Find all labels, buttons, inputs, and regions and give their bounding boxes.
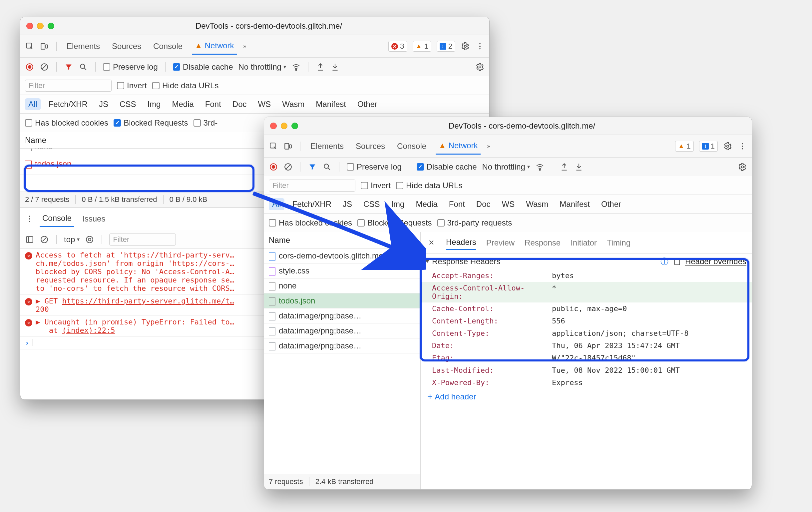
tab-timing[interactable]: Timing bbox=[607, 236, 631, 250]
filter-css[interactable]: CSS bbox=[116, 98, 139, 110]
filter-fetch[interactable]: Fetch/XHR bbox=[45, 98, 91, 110]
table-row[interactable]: cors-demo-devtools.glitch.me… bbox=[264, 249, 420, 263]
add-header-button[interactable]: +Add header bbox=[420, 389, 752, 405]
filter-wasm[interactable]: Wasm bbox=[279, 98, 308, 110]
filter-media[interactable]: Media bbox=[169, 98, 197, 110]
wifi-icon[interactable] bbox=[291, 62, 301, 72]
clear-icon[interactable] bbox=[284, 162, 293, 172]
response-headers-section[interactable]: Response Headers ⓘ Header overrides bbox=[420, 254, 752, 269]
tab-network[interactable]: ▲ Network bbox=[192, 38, 236, 55]
search-icon[interactable] bbox=[322, 162, 332, 172]
more-tabs-icon[interactable]: » bbox=[487, 143, 490, 149]
tab-initiator[interactable]: Initiator bbox=[571, 236, 597, 250]
filter-font[interactable]: Font bbox=[202, 98, 225, 110]
minimize-icon[interactable] bbox=[281, 122, 287, 129]
filter-all[interactable]: All bbox=[25, 98, 40, 110]
filter-icon[interactable] bbox=[308, 162, 317, 172]
inspect-icon[interactable] bbox=[25, 41, 34, 51]
invert-checkbox[interactable]: Invert bbox=[361, 181, 391, 190]
filter-doc[interactable]: Doc bbox=[473, 198, 494, 210]
table-row[interactable]: data:image/png;base… bbox=[264, 309, 420, 323]
kebab-icon[interactable] bbox=[25, 214, 34, 224]
record-icon[interactable] bbox=[25, 62, 34, 72]
blocked-requests-checkbox[interactable]: Blocked Requests bbox=[357, 218, 432, 228]
disable-cache-checkbox[interactable]: Disable cache bbox=[173, 62, 233, 72]
preserve-log-checkbox[interactable]: Preserve log bbox=[103, 62, 158, 72]
kebab-icon[interactable] bbox=[475, 41, 485, 51]
gear-icon[interactable] bbox=[738, 162, 747, 172]
tab-response[interactable]: Response bbox=[525, 236, 560, 250]
kebab-icon[interactable] bbox=[738, 142, 747, 151]
filter-ws[interactable]: WS bbox=[255, 98, 274, 110]
filter-other[interactable]: Other bbox=[354, 98, 381, 110]
col-name[interactable]: Name bbox=[264, 232, 420, 248]
warnings-badge[interactable]: ▲1 bbox=[413, 41, 431, 52]
upload-icon[interactable] bbox=[316, 62, 325, 72]
drawer-tab-issues[interactable]: Issues bbox=[80, 211, 108, 227]
drawer-tab-console[interactable]: Console bbox=[40, 210, 74, 227]
header-overrides-link[interactable]: Header overrides bbox=[685, 257, 746, 266]
download-icon[interactable] bbox=[574, 162, 583, 172]
close-icon[interactable] bbox=[26, 23, 33, 29]
filter-manifest[interactable]: Manifest bbox=[312, 98, 349, 110]
blocked-requests-checkbox[interactable]: Blocked Requests bbox=[114, 118, 188, 127]
header-row[interactable]: Content-Type:application/json; charset=U… bbox=[420, 327, 752, 339]
filter-fetch[interactable]: Fetch/XHR bbox=[289, 198, 335, 210]
console-filter-input[interactable]: Filter bbox=[109, 233, 176, 246]
help-icon[interactable]: ⓘ bbox=[660, 257, 669, 266]
filter-ws[interactable]: WS bbox=[499, 198, 518, 210]
filter-wasm[interactable]: Wasm bbox=[523, 198, 552, 210]
header-row[interactable]: Content-Length:556 bbox=[420, 315, 752, 327]
tab-sources[interactable]: Sources bbox=[109, 38, 144, 54]
search-icon[interactable] bbox=[79, 62, 88, 72]
third-party-checkbox[interactable]: 3rd-party requests bbox=[437, 218, 512, 228]
context-select[interactable]: top▾ bbox=[64, 235, 80, 244]
invert-checkbox[interactable]: Invert bbox=[117, 81, 147, 90]
upload-icon[interactable] bbox=[559, 162, 569, 172]
filter-all[interactable]: All bbox=[269, 198, 284, 210]
header-row[interactable]: X-Powered-By:Express bbox=[420, 376, 752, 389]
maximize-icon[interactable] bbox=[48, 23, 54, 29]
gear-icon[interactable] bbox=[475, 62, 485, 72]
tab-sources[interactable]: Sources bbox=[353, 138, 388, 154]
filter-font[interactable]: Font bbox=[446, 198, 468, 210]
filter-manifest[interactable]: Manifest bbox=[556, 198, 593, 210]
table-row[interactable]: todos.json bbox=[264, 293, 420, 309]
maximize-icon[interactable] bbox=[291, 122, 298, 129]
disable-cache-checkbox[interactable]: Disable cache bbox=[417, 162, 477, 172]
tab-elements[interactable]: Elements bbox=[308, 138, 346, 154]
gear-icon[interactable] bbox=[723, 142, 732, 151]
preserve-log-checkbox[interactable]: Preserve log bbox=[347, 162, 402, 172]
tab-console[interactable]: Console bbox=[150, 38, 185, 54]
eye-icon[interactable] bbox=[85, 235, 94, 244]
issues-badge[interactable]: !1 bbox=[699, 141, 718, 151]
blocked-cookies-checkbox[interactable]: Has blocked cookies bbox=[25, 118, 108, 127]
sidebar-toggle-icon[interactable] bbox=[25, 235, 34, 244]
filter-css[interactable]: CSS bbox=[360, 198, 383, 210]
blocked-cookies-checkbox[interactable]: Has blocked cookies bbox=[269, 218, 352, 228]
hide-data-urls-checkbox[interactable]: Hide data URLs bbox=[396, 181, 462, 190]
warnings-badge[interactable]: ▲1 bbox=[675, 141, 694, 151]
header-row[interactable]: Cache-Control:public, max-age=0 bbox=[420, 303, 752, 315]
tab-preview[interactable]: Preview bbox=[486, 236, 515, 250]
gear-icon[interactable] bbox=[461, 41, 470, 51]
minimize-icon[interactable] bbox=[37, 23, 44, 29]
table-row[interactable]: data:image/png;base… bbox=[264, 323, 420, 338]
filter-img[interactable]: Img bbox=[388, 198, 408, 210]
clear-icon[interactable] bbox=[40, 62, 49, 72]
header-row[interactable]: Access-Control-Allow-Origin:* bbox=[420, 282, 752, 303]
tab-elements[interactable]: Elements bbox=[64, 38, 103, 54]
download-icon[interactable] bbox=[330, 62, 340, 72]
throttling-select[interactable]: No throttling▾ bbox=[482, 162, 529, 172]
issues-badge[interactable]: !2 bbox=[437, 41, 455, 52]
throttling-select[interactable]: No throttling▾ bbox=[238, 62, 286, 72]
table-row[interactable]: style.css bbox=[264, 263, 420, 279]
wifi-icon[interactable] bbox=[535, 162, 545, 172]
inspect-icon[interactable] bbox=[269, 142, 278, 151]
tab-network[interactable]: ▲ Network bbox=[436, 138, 480, 154]
filter-icon[interactable] bbox=[64, 62, 73, 72]
header-row[interactable]: Last-Modified:Tue, 08 Nov 2022 15:00:01 … bbox=[420, 364, 752, 376]
tab-headers[interactable]: Headers bbox=[446, 235, 476, 250]
table-row[interactable]: data:image/png;base… bbox=[264, 338, 420, 353]
third-party-checkbox[interactable]: 3rd- bbox=[194, 118, 218, 127]
